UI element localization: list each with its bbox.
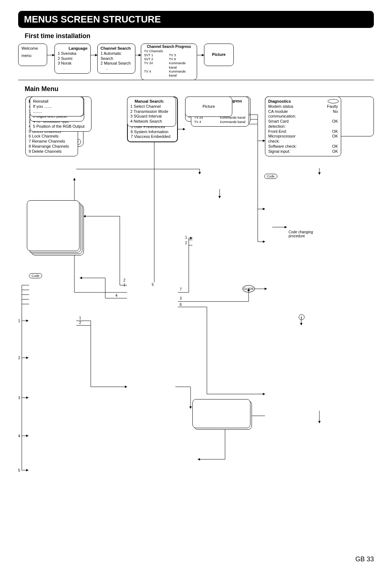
ec-7: Rename Channels xyxy=(32,139,65,143)
svg-text:3: 3 xyxy=(18,396,20,400)
svg-text:4: 4 xyxy=(115,294,118,298)
svg-text:5: 5 xyxy=(18,468,20,472)
dg-60: Signal input: xyxy=(268,149,303,154)
dg-51: OK xyxy=(303,144,338,149)
ec-8: Rearrange Channels xyxy=(32,144,69,148)
svg-text:7: 7 xyxy=(180,287,182,291)
cp-r11: TV 8 xyxy=(169,57,194,61)
cst-2: Manual Search xyxy=(104,61,131,65)
cp-r30: TV 4 xyxy=(144,70,169,78)
svg-text:1: 1 xyxy=(123,283,126,287)
section-main-menu: Main Menu xyxy=(25,85,374,93)
dg-21: OK xyxy=(303,119,338,129)
svg-text:2: 2 xyxy=(185,241,187,245)
code-changing-text: Code changing procedure xyxy=(289,230,325,238)
svg-text:1: 1 xyxy=(185,235,187,239)
cst-1: Automatic Search xyxy=(101,51,122,61)
ms-4: Network Search xyxy=(134,119,162,123)
language-box: Language 1 Svenska 2 Suomi 3 Norsk . xyxy=(54,44,91,74)
svg-text:2: 2 xyxy=(79,321,81,325)
cpm-30: TV 4 xyxy=(194,120,220,124)
svg-text:2: 2 xyxy=(18,356,20,360)
svg-text:2: 2 xyxy=(123,278,126,282)
svg-text:6: 6 xyxy=(180,303,182,307)
tv-5: Position of the RGB Output xyxy=(36,124,85,128)
dg-11: No xyxy=(303,109,338,119)
dg-41: OK xyxy=(303,134,338,144)
cp-r21: Kommande kanal xyxy=(169,61,194,70)
lang-2: Suomi xyxy=(61,56,72,61)
page-number: GB 33 xyxy=(355,555,374,563)
dg-40: Microprocessor check: xyxy=(268,134,303,144)
welcome-sub: menu xyxy=(21,53,44,58)
ms-title: Manual Search: xyxy=(135,99,173,104)
info-icon-guide: i xyxy=(299,314,305,320)
dg-31: OK xyxy=(303,129,338,134)
section-first-time: First time installation xyxy=(25,32,374,40)
cp-r20: TV 24 xyxy=(144,61,169,70)
cpm-31: Kommande kanal xyxy=(220,120,246,124)
chsearch-top-title: Channel Search xyxy=(101,46,132,51)
page-title: MENUS SCREEN STRUCTURE xyxy=(18,11,374,28)
svg-text:1: 1 xyxy=(79,316,81,320)
language-title: Language xyxy=(58,46,87,51)
ms-3: SGuard Interval xyxy=(134,114,162,118)
lang-tail: . xyxy=(58,66,87,71)
cp-r10: SVT 2 xyxy=(144,57,169,61)
dg-61: OK xyxy=(303,149,338,154)
reinstall-box: Reinstall If you ....... ........ xyxy=(30,97,83,116)
code-tab-sysconf: Code xyxy=(29,273,42,278)
cp-r01: TV 3 xyxy=(169,53,194,57)
cp-r31: Kommande kanal xyxy=(169,70,194,78)
svg-text:4: 4 xyxy=(18,434,20,438)
mm-7: Viaccess Embedded xyxy=(134,134,170,139)
chsearch-top-box: Channel Search 1 Automatic Search 2 Manu… xyxy=(97,44,135,74)
mm-6: System Information xyxy=(134,130,168,134)
svg-text:5: 5 xyxy=(152,283,154,287)
ri-2: If you ....... xyxy=(33,104,80,109)
code-tab-userpref: Code xyxy=(264,174,277,179)
welcome-box: Welcome menu xyxy=(18,44,47,66)
picture-main-label: Picture xyxy=(203,104,215,109)
picture-main-box: Picture xyxy=(185,97,232,117)
chprog-top-title: Channel Search Progress xyxy=(144,45,194,49)
dg-01: Faulty xyxy=(303,104,338,109)
manual-search-box: Manual Search: 1 Select Channel 2 Transm… xyxy=(127,97,176,127)
diag-pill-icon xyxy=(328,99,339,103)
guide-button-icon: GUIDE xyxy=(242,285,255,292)
chprog-top-box: Channel Search Progress TV Channels SVT … xyxy=(141,44,197,80)
picture-top-label: Picture xyxy=(212,52,225,57)
lang-1: Svenska xyxy=(61,51,76,56)
cst-tail: . xyxy=(101,66,132,71)
dg-20: Smart Card detection: xyxy=(268,119,303,129)
welcome-title: Welcome xyxy=(21,46,44,51)
ri-1: Reinstall xyxy=(33,99,80,104)
svg-text:3: 3 xyxy=(180,296,182,300)
dg-30: Front End: xyxy=(268,129,303,134)
diagnostics-box: Diagnostics Modem statusFaulty CA module… xyxy=(265,97,341,156)
ms-2: Transmission Mode xyxy=(134,109,168,114)
ec-6: Lock Channels xyxy=(32,134,58,138)
dg-50: Software check: xyxy=(268,144,303,149)
cp-r00: SVT 1 xyxy=(144,53,169,57)
ec-9: Delete Channels xyxy=(32,149,61,153)
dg-10: CA module communication: xyxy=(268,109,303,119)
lang-3: Norsk xyxy=(61,61,72,65)
dg-00: Modem status xyxy=(268,104,303,109)
chprog-top-sub: TV Channels xyxy=(144,49,194,53)
ri-3: ........ xyxy=(33,109,80,114)
ms-1: Select Channel xyxy=(134,104,161,108)
svg-text:1: 1 xyxy=(18,319,20,323)
picture-top-box: Picture xyxy=(204,44,234,66)
